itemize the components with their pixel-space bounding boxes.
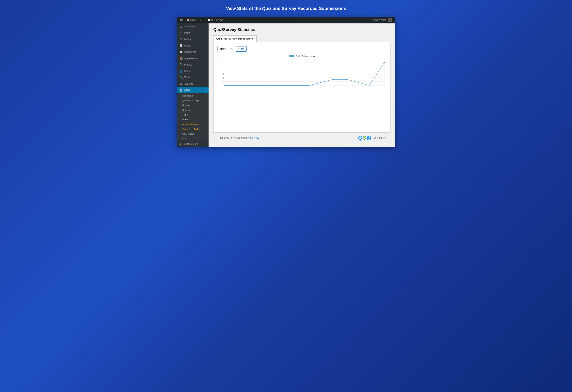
tab-bar: Quiz And Survey Submissions [213, 35, 390, 42]
wp-footer: Thank you for creating with WordPress . … [213, 132, 390, 143]
qsm-sub-about[interactable]: QSM About [177, 131, 208, 136]
chart-area: 3.0 2.5 2.0 1.5 1.0 0.5 0 [218, 60, 386, 88]
svg-text:0.5: 0.5 [222, 81, 224, 83]
svg-text:2.0: 2.0 [222, 69, 224, 71]
sidebar-item-plugins[interactable]: 🔌 Plugins [177, 62, 208, 68]
sidebar-item-label: Media [184, 38, 191, 41]
chart-container: Daily Weekly Monthly Filter Quiz Submiss… [213, 42, 390, 132]
page-heading: View Stats of the Quiz and Survey Record… [226, 6, 346, 11]
posts-icon: ✏ [179, 31, 183, 34]
plugins-icon: 🔌 [179, 63, 183, 66]
collapse-icon: ◀ [179, 142, 181, 145]
svg-text:0: 0 [223, 85, 224, 87]
filter-button[interactable]: Filter [236, 46, 247, 52]
qsm-arrow-icon [205, 89, 206, 91]
filter-row: Daily Weekly Monthly Filter [218, 46, 386, 52]
data-point [332, 79, 334, 80]
qsm-sub-results[interactable]: Results [177, 103, 208, 108]
data-point [369, 85, 370, 86]
qsm-icon: ▦ [179, 89, 183, 92]
admin-bar: 🏠 QSM ↻ 2 💬 0 + New Howdy, sajan [177, 17, 395, 23]
sidebar-item-qsm[interactable]: ▦ QSM [177, 87, 208, 93]
data-point [384, 62, 385, 63]
sidebar-item-label: Appearance [184, 57, 197, 60]
collapse-label: Collapse menu [183, 142, 198, 145]
wp-body: ⊞ Dashboard ✏ Posts 🖼 Media 📄 Pages 💬 Co… [177, 23, 395, 147]
legend-label: Quiz Submissions [296, 55, 315, 58]
data-point [346, 79, 348, 80]
sidebar-item-users[interactable]: 👤 Users [177, 68, 208, 74]
sidebar-item-tools[interactable]: 🔧 Tools [177, 74, 208, 81]
wp-window: 🏠 QSM ↻ 2 💬 0 + New Howdy, sajan ⊞ Dashb… [177, 17, 395, 147]
comments-icon: 💬 [207, 18, 210, 22]
howdy-item[interactable]: Howdy, sajan [371, 18, 394, 22]
new-item[interactable]: + New [214, 17, 224, 23]
home-label: QSM [190, 19, 196, 21]
sidebar-item-label: Comments [184, 51, 196, 53]
sidebar-item-label: Users [184, 70, 191, 73]
filter-select[interactable]: Daily Weekly Monthly [218, 46, 234, 52]
updates-item[interactable]: ↻ 2 [197, 17, 206, 23]
pages-icon: 📄 [179, 44, 183, 47]
home-item[interactable]: 🏠 QSM [185, 17, 197, 23]
sidebar: ⊞ Dashboard ✏ Posts 🖼 Media 📄 Pages 💬 Co… [177, 23, 208, 147]
sidebar-item-label: Dashboard [184, 25, 196, 28]
qsm-sub-quizzes[interactable]: Quizzes/Surveys [177, 98, 208, 103]
sidebar-item-comments[interactable]: 💬 Comments [177, 49, 208, 55]
sidebar-item-posts[interactable]: ✏ Posts [177, 30, 208, 36]
sidebar-item-appearance[interactable]: 🎨 Appearance [177, 55, 208, 62]
version-text: Version 5.6 [374, 136, 386, 139]
qsm-sub-settings[interactable]: Settings [177, 108, 208, 112]
data-point [309, 85, 310, 86]
wp-logo-item[interactable] [178, 17, 185, 23]
chart-legend: Quiz Submissions [218, 55, 386, 58]
comments-count: 0 [211, 19, 213, 21]
qsm-sub-help[interactable]: Help [177, 136, 208, 141]
qsm-sub-free-addon[interactable]: Get a Free Addon! [177, 127, 208, 131]
qsm-logo: Q S M [358, 135, 371, 141]
sidebar-item-media[interactable]: 🖼 Media [177, 36, 208, 43]
legend-color-box [289, 55, 294, 57]
media-icon: 🖼 [179, 38, 183, 41]
settings-icon: ⚙ [179, 82, 183, 85]
sidebar-item-settings[interactable]: ⚙ Settings [177, 81, 208, 87]
howdy-text: Howdy, sajan [372, 19, 386, 21]
sidebar-item-label: Tools [184, 76, 190, 79]
qsm-sub-stats[interactable]: Stats [177, 117, 208, 122]
data-point [246, 85, 247, 86]
users-icon: 👤 [179, 69, 183, 73]
qsm-label: QSM [184, 89, 190, 92]
dashboard-icon: ⊞ [179, 25, 183, 28]
comments-item[interactable]: 💬 0 [206, 17, 214, 23]
collapse-menu-item[interactable]: ◀ Collapse menu [177, 141, 208, 147]
appearance-icon: 🎨 [179, 57, 183, 60]
sidebar-item-pages[interactable]: 📄 Pages [177, 43, 208, 49]
sidebar-item-label: Settings [184, 82, 193, 85]
sidebar-item-dashboard[interactable]: ⊞ Dashboard [177, 23, 208, 30]
wp-icon [180, 18, 183, 22]
svg-text:1.0: 1.0 [222, 77, 224, 79]
qsm-sub-dashboard[interactable]: Dashboard [177, 93, 208, 98]
chart-svg: 3.0 2.5 2.0 1.5 1.0 0.5 0 [218, 60, 386, 88]
comments-icon: 💬 [179, 50, 183, 54]
admin-bar-right: Howdy, sajan [371, 18, 394, 22]
tab-quiz-survey-submissions[interactable]: Quiz And Survey Submissions [213, 35, 257, 42]
sidebar-item-label: Plugins [184, 63, 192, 66]
avatar [388, 18, 392, 22]
footer-right: Q S M Version 5.6 [358, 135, 386, 141]
updates-icon: ↻ [199, 18, 202, 22]
qsm-sub-tools[interactable]: Tools [177, 112, 208, 117]
qsm-sub-addon-settings[interactable]: Addon Settings [177, 122, 208, 127]
svg-text:1.5: 1.5 [222, 73, 224, 75]
qsm-logo-s: S [363, 135, 366, 141]
sidebar-item-label: Posts [184, 31, 190, 34]
footer-text: Thank you for creating with WordPress . [218, 136, 260, 139]
wordpress-link[interactable]: WordPress [247, 136, 259, 139]
data-point [269, 85, 270, 86]
qsm-logo-q: Q [358, 135, 362, 141]
qsm-logo-m: M [367, 135, 371, 141]
tools-icon: 🔧 [179, 76, 183, 79]
qsm-submenu: Dashboard Quizzes/Surveys Results Settin… [177, 93, 208, 141]
sidebar-item-qsm-parent: ▦ QSM [177, 87, 208, 93]
sidebar-item-label: Pages [184, 44, 191, 47]
